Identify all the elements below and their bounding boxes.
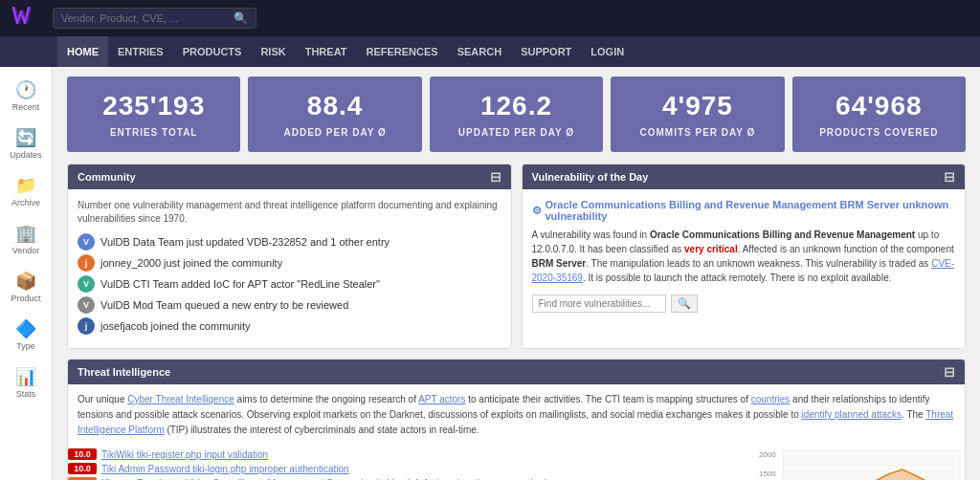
stats-icon: 📊 [15,366,36,387]
stat-entries-label: ENTRIES TOTAL [77,127,231,138]
find-vuln-button[interactable]: 🔍 [671,295,698,313]
community-title: Community [78,171,136,183]
threat-chart-svg: 2000 1500 1000 500 [754,446,965,480]
community-panel: Community ⊟ Number one vulnerability man… [67,164,512,349]
main-content: 235'193 ENTRIES TOTAL 88.4 ADDED PER DAY… [53,67,980,480]
svg-rect-4 [783,450,960,480]
threat-score-badge: 10.0 [68,463,97,474]
threat-cti-link[interactable]: Cyber Threat Intelligence [127,394,234,404]
threat-header: Threat Intelligence ⊟ [68,360,965,384]
sidebar-label-stats: Stats [16,389,36,399]
search-box[interactable]: 🔍 [53,8,256,29]
search-input[interactable] [61,12,234,24]
sidebar-label-type: Type [16,341,35,351]
logo [10,4,38,33]
nav-support[interactable]: SUPPORT [511,36,581,67]
community-close-icon[interactable]: ⊟ [490,169,501,185]
vuln-body4: . It is possible to launch the attack re… [583,273,892,283]
threat-intro-text: Our unique [78,394,127,404]
vuln-severity: very critical [684,244,738,254]
community-list-item: VVulDB Mod Team queued a new entry to be… [78,296,501,314]
stat-commits: 4'975 COMMITS PER DAY Ø [611,76,784,152]
community-panel-body: Number one vulnerability management and … [68,189,511,348]
threat-identify-link[interactable]: identify planned attacks [802,409,902,420]
threat-close-icon[interactable]: ⊟ [944,364,955,380]
nav-risk[interactable]: RISK [251,36,295,67]
threat-title: Threat Intelligence [78,366,170,378]
vuln-title-link[interactable]: Oracle Communications Billing and Revenu… [546,199,956,222]
sidebar-item-updates[interactable]: 🔄 Updates [0,120,52,167]
sidebar-item-type[interactable]: 🔷 Type [0,311,52,359]
vuln-day-title: Vulnerability of the Day [532,171,649,183]
sidebar-item-recent[interactable]: 🕐 Recent [0,72,52,120]
threat-item-link[interactable]: TikiWiki tiki-register.php input validat… [101,449,268,460]
clock-icon: 🕐 [15,79,36,100]
nav-references[interactable]: REFERENCES [357,36,448,67]
threat-list-item: 10.0TikiWiki tiki-register.php input val… [68,448,745,460]
sidebar-item-stats[interactable]: 📊 Stats [0,359,52,406]
nav-entries[interactable]: ENTRIES [108,36,173,67]
threat-text2: to anticipate their activities. The CTI … [465,394,750,404]
threat-apt-link[interactable]: APT actors [418,394,465,404]
stat-added-label: ADDED PER DAY Ø [257,127,412,138]
find-vuln-input[interactable] [532,295,666,313]
community-item-text: VulDB Data Team just updated VDB-232852 … [100,236,390,248]
community-item-text: VulDB Mod Team queued a new entry to be … [100,299,348,311]
threat-item-link[interactable]: Tiki Admin Password tiki-login.php impro… [101,464,349,474]
vuln-body-text: A vulnerability was found in Oracle Comm… [532,228,956,285]
community-panel-header: Community ⊟ [68,164,511,189]
community-list-item: VVulDB CTI Team added IoC for APT actor … [78,275,501,293]
two-col-section: Community ⊟ Number one vulnerability man… [67,164,966,349]
vuln-title: ⚙ Oracle Communications Billing and Reve… [532,199,956,222]
find-more-section: 🔍 [532,295,956,313]
threat-text4: . The [902,409,925,420]
threat-list-item: 10.0Tiki Admin Password tiki-login.php i… [68,463,745,474]
sidebar-item-vendor[interactable]: 🏢 Vendor [0,215,52,263]
vuln-day-header: Vulnerability of the Day ⊟ [523,164,966,189]
stat-entries: 235'193 ENTRIES TOTAL [67,76,240,152]
threat-countries-link[interactable]: countries [751,394,791,404]
stat-products: 64'968 PRODUCTS COVERED [792,76,966,152]
type-icon: 🔷 [15,318,36,339]
stat-updated: 126.2 UPDATED PER DAY Ø [430,76,603,152]
community-dot: V [78,275,95,293]
community-items-list: VVulDB Data Team just updated VDB-232852… [78,233,501,335]
vuln-close-icon[interactable]: ⊟ [944,169,955,185]
stats-row: 235'193 ENTRIES TOTAL 88.4 ADDED PER DAY… [67,76,966,152]
community-list-item: VVulDB Data Team just updated VDB-232852… [78,233,501,251]
updates-icon: 🔄 [15,127,36,148]
sidebar-label-vendor: Vendor [12,246,40,255]
stat-commits-label: COMMITS PER DAY Ø [620,127,774,138]
main-layout: 🕐 Recent 🔄 Updates 📁 Archive 🏢 Vendor 📦 … [0,67,980,480]
threat-text5: (TIP) illustrates the interest of cyberc… [165,425,479,435]
vuln-classified: . It has been classified as [574,244,684,254]
vuln-gear-icon: ⚙ [532,205,542,217]
nav-home[interactable]: HOME [57,36,108,67]
vuln-body2: . Affected is an unknown function of the… [738,244,954,254]
community-list-item: jjonney_2000 just joined the community [78,254,501,272]
sidebar-item-archive[interactable]: 📁 Archive [0,167,52,215]
community-list-item: jjosefjacob joined the community [78,317,501,335]
stat-products-label: PRODUCTS COVERED [802,127,956,138]
nav-login[interactable]: LOGIN [581,36,634,67]
threat-list: 10.0TikiWiki tiki-register.php input val… [68,446,745,480]
stat-commits-number: 4'975 [620,91,774,121]
vendor-icon: 🏢 [15,223,36,244]
sidebar-label-recent: Recent [12,102,40,112]
product-icon: 📦 [15,271,36,292]
archive-icon: 📁 [15,175,36,196]
threat-body: Our unique Cyber Threat Intelligence aim… [68,384,965,446]
vuln-day-body: ⚙ Oracle Communications Billing and Reve… [523,189,966,322]
vuln-body-intro: A vulnerability was found in [532,229,650,240]
vuln-product: Oracle Communications Billing and Revenu… [650,229,915,240]
nav-search[interactable]: SEARCH [448,36,511,67]
nav-threat[interactable]: THREAT [296,36,357,67]
vuln-body3: . The manipulation leads to an unknown w… [586,258,931,269]
threat-text1: aims to determine the ongoing research o… [234,394,418,404]
stat-added: 88.4 ADDED PER DAY Ø [248,76,421,152]
community-dot: V [78,233,95,251]
community-item-text: VulDB CTI Team added IoC for APT actor "… [100,278,380,290]
sidebar-item-product[interactable]: 📦 Product [0,263,52,311]
top-bar: 🔍 [0,0,980,36]
nav-products[interactable]: PRODUCTS [173,36,252,67]
